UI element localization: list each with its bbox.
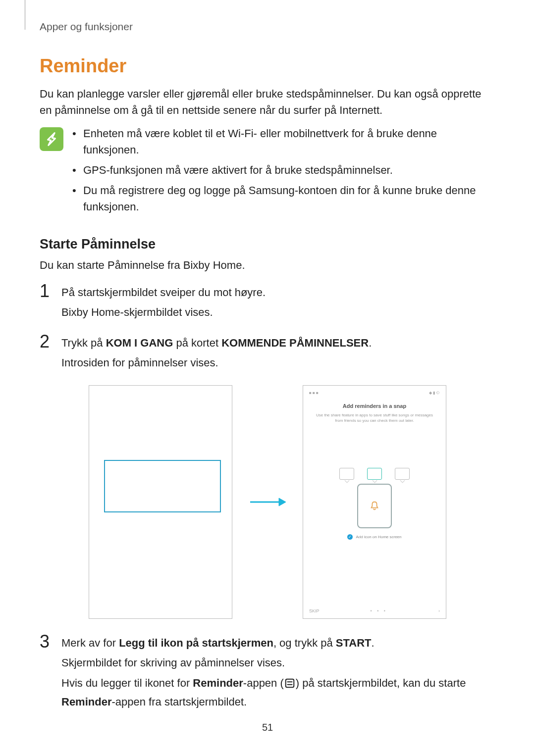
step-number: 3 xyxy=(40,633,52,651)
mock-checkbox-row: ✓ Add icon on Home screen xyxy=(309,534,440,540)
note-item: GPS-funksjonen må være aktivert for å br… xyxy=(72,162,495,178)
svg-rect-2 xyxy=(286,679,294,687)
reminder-app-icon xyxy=(284,677,296,694)
mock-subtitle: Use the share feature in apps to save st… xyxy=(309,413,440,423)
step-text: Merk av for Legg til ikon på startskjerm… xyxy=(61,635,495,652)
step-3: 3 Merk av for Legg til ikon på startskje… xyxy=(40,635,495,713)
mock-check-label: Add icon on Home screen xyxy=(356,535,401,539)
mock-skip: SKIP xyxy=(309,608,320,613)
figure-row: ■ ■ ■◆ ▮ ⏲ Add reminders in a snap Use t… xyxy=(40,385,495,619)
mock-pager-dots: • • • xyxy=(371,608,387,613)
step-1: 1 På startskjermbildet sveiper du mot hø… xyxy=(40,284,495,324)
step-text: Bixby Home-skjermbildet vises. xyxy=(61,304,495,321)
mock-start-chevron: › xyxy=(438,608,440,613)
mock-phone-left xyxy=(89,385,232,619)
mock-phone-right: ■ ■ ■◆ ▮ ⏲ Add reminders in a snap Use t… xyxy=(303,385,446,619)
step-number: 2 xyxy=(40,333,52,351)
step-text: Hvis du legger til ikonet for Reminder-a… xyxy=(61,675,495,710)
breadcrumb: Apper og funksjoner xyxy=(40,21,495,33)
step-body: Merk av for Legg til ikon på startskjerm… xyxy=(61,635,495,713)
note-item: Du må registrere deg og logge på Samsung… xyxy=(72,182,495,215)
mock-bottom-bar: SKIP • • • › xyxy=(309,608,440,613)
device-icon xyxy=(357,484,392,528)
step-body: På startskjermbildet sveiper du mot høyr… xyxy=(61,284,495,324)
step-number: 1 xyxy=(40,282,52,300)
page-title: Reminder xyxy=(40,55,495,77)
check-icon: ✓ xyxy=(347,534,353,540)
mock-status-bar: ■ ■ ■◆ ▮ ⏲ xyxy=(309,391,440,395)
step-text: På startskjermbildet sveiper du mot høyr… xyxy=(61,284,495,301)
step-text: Trykk på KOM I GANG på kortet KOMMENDE P… xyxy=(61,335,495,352)
margin-rule xyxy=(25,0,25,30)
intro-paragraph: Du kan planlegge varsler eller gjøremål … xyxy=(40,86,495,118)
note-icon xyxy=(40,127,63,151)
note-item: Enheten må være koblet til et Wi-Fi- ell… xyxy=(72,125,495,158)
page-number: 51 xyxy=(0,722,535,733)
arrow-right-icon xyxy=(249,496,286,508)
note-list: Enheten må være koblet til et Wi-Fi- ell… xyxy=(72,125,495,219)
step-2: 2 Trykk på KOM I GANG på kortet KOMMENDE… xyxy=(40,335,495,374)
mock-title: Add reminders in a snap xyxy=(309,403,440,409)
note-block: Enheten må være koblet til et Wi-Fi- ell… xyxy=(40,125,495,219)
step-text: Introsiden for påminnelser vises. xyxy=(61,354,495,371)
card-icon xyxy=(367,468,382,480)
subsection-title: Starte Påminnelse xyxy=(40,237,495,252)
card-icon xyxy=(395,468,410,480)
step-text: Skjermbildet for skriving av påminnelser… xyxy=(61,655,495,671)
step-body: Trykk på KOM I GANG på kortet KOMMENDE P… xyxy=(61,335,495,374)
svg-marker-1 xyxy=(279,498,286,506)
document-page: Apper og funksjoner Reminder Du kan plan… xyxy=(0,0,535,756)
subsection-intro: Du kan starte Påminnelse fra Bixby Home. xyxy=(40,257,495,273)
card-icon xyxy=(339,468,354,480)
mock-icon-row xyxy=(309,468,440,480)
highlight-card xyxy=(104,460,221,512)
